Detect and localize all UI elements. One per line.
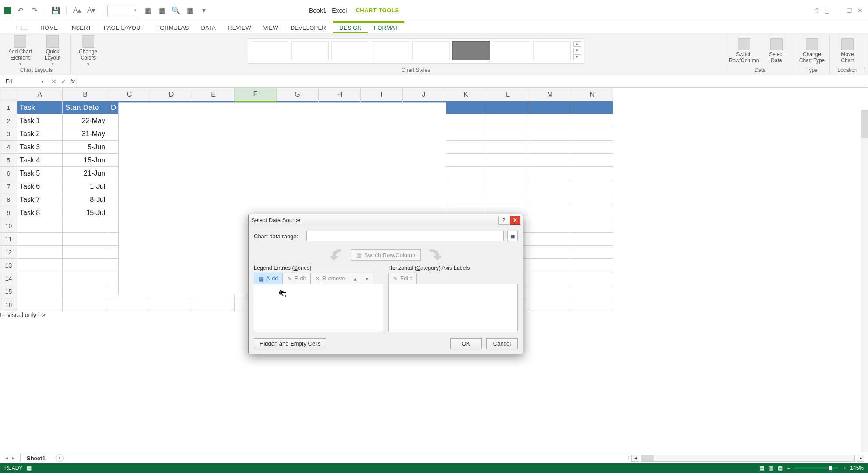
sheet-nav-prev[interactable]: ◂ <box>5 455 8 461</box>
column-header-M[interactable]: M <box>529 88 571 101</box>
sheet-nav-next[interactable]: ▸ <box>12 455 15 461</box>
qat-btn-1[interactable]: ▦ <box>142 5 153 16</box>
switch-row-column-button[interactable]: Switch Row/Column <box>731 38 757 64</box>
view-page-break-icon[interactable]: ▤ <box>778 465 783 471</box>
cell-A8[interactable]: Task 7 <box>17 193 63 206</box>
view-normal-icon[interactable]: ▦ <box>759 465 764 471</box>
cell-B7[interactable]: 1-Jul <box>63 180 108 193</box>
formula-input[interactable] <box>76 77 865 86</box>
dialog-title-bar[interactable]: Select Data Source ? X <box>249 214 523 226</box>
cell-M16[interactable] <box>529 298 571 311</box>
cell-B5[interactable]: 15-Jun <box>63 154 108 167</box>
qat-btn-3[interactable]: 🔍 <box>171 5 181 16</box>
zoom-slider[interactable] <box>794 467 838 469</box>
cell-N7[interactable] <box>571 180 613 193</box>
cell-L4[interactable] <box>487 141 529 154</box>
cell-M7[interactable] <box>529 180 571 193</box>
cell-A11[interactable] <box>17 233 63 246</box>
tab-data[interactable]: DATA <box>195 23 222 33</box>
row-header-4[interactable]: 4 <box>0 141 17 154</box>
cell-M15[interactable] <box>529 285 571 298</box>
cell-N11[interactable] <box>571 233 613 246</box>
cell-L8[interactable] <box>487 193 529 206</box>
qat-more[interactable]: ▾ <box>199 5 209 16</box>
cell-A15[interactable] <box>17 285 63 298</box>
row-header-2[interactable]: 2 <box>0 114 17 127</box>
cell-N12[interactable] <box>571 246 613 259</box>
cell-M1[interactable] <box>529 101 571 114</box>
column-header-N[interactable]: N <box>571 88 613 101</box>
close-window-button[interactable]: ✕ <box>857 7 863 14</box>
change-chart-type-button[interactable]: Change Chart Type <box>799 38 825 64</box>
row-header-1[interactable]: 1 <box>0 101 17 114</box>
qat-combo[interactable]: ▾ <box>107 6 139 15</box>
row-header-8[interactable]: 8 <box>0 193 17 206</box>
chart-data-range-input[interactable] <box>306 231 504 241</box>
zoom-in-button[interactable]: + <box>843 465 846 471</box>
cell-N9[interactable] <box>571 206 613 219</box>
cell-L5[interactable] <box>487 154 529 167</box>
row-header-15[interactable]: 15 <box>0 285 17 298</box>
cell-B15[interactable] <box>63 285 108 298</box>
cell-N4[interactable] <box>571 141 613 154</box>
cell-N2[interactable] <box>571 114 613 127</box>
minimize-button[interactable]: — <box>835 7 841 14</box>
cell-L7[interactable] <box>487 180 529 193</box>
cell-A5[interactable]: Task 4 <box>17 154 63 167</box>
cell-A13[interactable] <box>17 259 63 272</box>
cell-M3[interactable] <box>529 127 571 141</box>
style-thumb-5[interactable] <box>412 41 450 60</box>
name-box[interactable]: F4 ▾ <box>3 77 46 86</box>
tab-home[interactable]: HOME <box>34 23 64 33</box>
row-header-5[interactable]: 5 <box>0 154 17 167</box>
cell-M4[interactable] <box>529 141 571 154</box>
tab-insert[interactable]: INSERT <box>64 23 98 33</box>
font-increase-icon[interactable]: A▴ <box>72 5 82 16</box>
cell-E16[interactable] <box>192 298 235 311</box>
style-thumb-2[interactable] <box>291 41 329 60</box>
row-header-9[interactable]: 9 <box>0 206 17 219</box>
cell-M2[interactable] <box>529 114 571 127</box>
cell-K8[interactable] <box>445 193 487 206</box>
cell-A4[interactable]: Task 3 <box>17 141 63 154</box>
cell-B6[interactable]: 21-Jun <box>63 167 108 180</box>
cell-M13[interactable] <box>529 259 571 272</box>
vertical-scrollbar[interactable] <box>861 110 868 452</box>
row-header-13[interactable]: 13 <box>0 259 17 272</box>
column-header-E[interactable]: E <box>192 88 235 101</box>
cell-M8[interactable] <box>529 193 571 206</box>
cell-K2[interactable] <box>445 114 487 127</box>
cell-B12[interactable] <box>63 246 108 259</box>
move-chart-button[interactable]: Move Chart <box>834 38 861 64</box>
sheet-tab-sheet1[interactable]: Sheet1 <box>20 454 52 462</box>
font-decrease-icon[interactable]: A▾ <box>86 5 96 16</box>
maximize-button[interactable]: ☐ <box>847 7 852 14</box>
cell-B4[interactable]: 5-Jun <box>63 141 108 154</box>
row-header-14[interactable]: 14 <box>0 272 17 285</box>
tab-format[interactable]: FORMAT <box>368 23 404 33</box>
cell-N8[interactable] <box>571 193 613 206</box>
cell-D16[interactable] <box>150 298 192 311</box>
select-data-button[interactable]: Select Data <box>763 38 790 64</box>
cell-B1[interactable]: Start Date <box>63 101 108 114</box>
horizontal-scrollbar[interactable]: ⁝ ◂ ▸ <box>628 455 864 462</box>
row-header-3[interactable]: 3 <box>0 127 17 141</box>
cell-N1[interactable] <box>571 101 613 114</box>
cell-A1[interactable]: Task <box>17 101 63 114</box>
zoom-level[interactable]: 145% <box>850 465 864 471</box>
cell-L1[interactable] <box>487 101 529 114</box>
cell-A3[interactable]: Task 2 <box>17 127 63 141</box>
collapse-ribbon-icon[interactable]: ˆ <box>864 68 865 73</box>
cell-C16[interactable] <box>108 298 150 311</box>
cell-A12[interactable] <box>17 246 63 259</box>
qat-btn-4[interactable]: ▦ <box>185 5 195 16</box>
cancel-formula-icon[interactable]: ✕ <box>49 78 59 85</box>
macro-record-icon[interactable]: ▦ <box>27 465 32 471</box>
cell-A6[interactable]: Task 5 <box>17 167 63 180</box>
row-header-7[interactable]: 7 <box>0 180 17 193</box>
cell-N15[interactable] <box>571 285 613 298</box>
axis-labels-list[interactable] <box>388 284 518 332</box>
legend-add-button[interactable]: ▦AddAdd <box>254 273 283 284</box>
cell-K5[interactable] <box>445 154 487 167</box>
style-thumb-3[interactable] <box>331 41 369 60</box>
